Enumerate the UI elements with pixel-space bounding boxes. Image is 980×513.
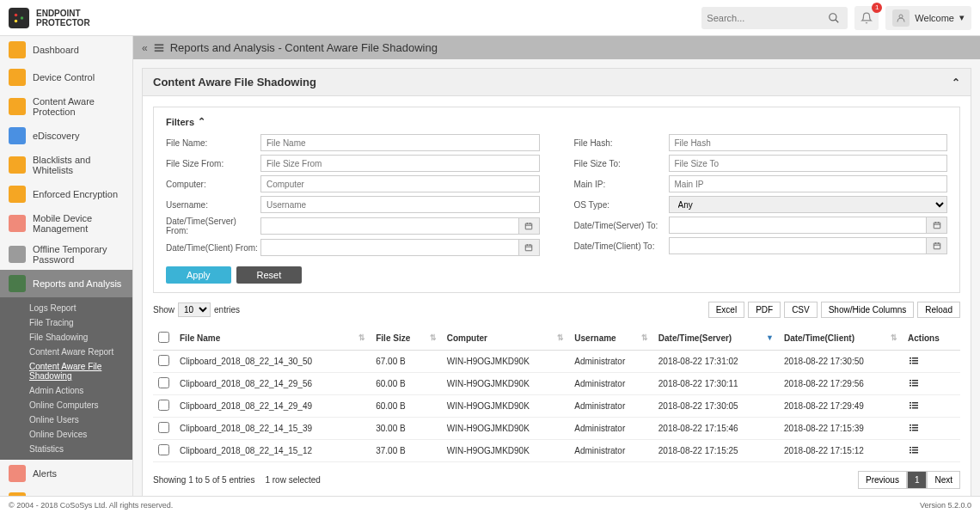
svg-rect-54	[912, 452, 918, 454]
column-header[interactable]: File Size ⇅	[371, 327, 441, 351]
filter-input[interactable]	[260, 217, 519, 235]
filter-input[interactable]	[260, 155, 540, 172]
search-input[interactable]	[707, 13, 825, 23]
column-header[interactable]: Date/Time(Server) ▼	[653, 327, 779, 351]
svg-rect-28	[912, 360, 918, 362]
sidebar-item-dashboard[interactable]: Dashboard	[0, 36, 132, 64]
export-csv-button[interactable]: CSV	[784, 302, 818, 318]
sidebar-item-offline-temporary-password[interactable]: Offline Temporary Password	[0, 239, 132, 270]
bell-icon	[861, 12, 873, 24]
sidebar-item-content-aware-protection[interactable]: Content Aware Protection	[0, 91, 132, 122]
filters-title[interactable]: Filters ⌃	[166, 116, 947, 127]
sidebar-item-reports-and-analysis[interactable]: Reports and Analysis	[0, 270, 132, 297]
filter-input[interactable]	[669, 217, 928, 234]
filter-input[interactable]	[669, 237, 928, 254]
nav-icon	[9, 98, 26, 115]
sidebar-subitem-statistics[interactable]: Statistics	[0, 442, 132, 456]
sidebar-item-directory-services[interactable]: Directory Services	[0, 487, 132, 496]
filter-input[interactable]	[260, 134, 540, 151]
list-actions-icon[interactable]	[908, 378, 920, 388]
filter-select[interactable]: Any	[669, 196, 948, 213]
show-hide-columns-button[interactable]: Show/Hide Columns	[821, 302, 915, 318]
sidebar-subitem-admin-actions[interactable]: Admin Actions	[0, 383, 132, 398]
nav-icon	[9, 275, 26, 292]
row-checkbox[interactable]	[158, 422, 169, 433]
filter-input[interactable]	[669, 134, 948, 151]
sidebar-item-device-control[interactable]: Device Control	[0, 64, 132, 91]
sidebar-subitem-file-tracing[interactable]: File Tracing	[0, 315, 132, 330]
sidebar-subitem-online-users[interactable]: Online Users	[0, 412, 132, 427]
row-checkbox[interactable]	[158, 377, 169, 388]
cell-user: Administrator	[569, 373, 652, 395]
svg-rect-42	[912, 407, 918, 409]
notifications-button[interactable]: 1	[854, 6, 879, 30]
filter-input[interactable]	[669, 155, 948, 172]
sidebar-subitem-online-devices[interactable]: Online Devices	[0, 427, 132, 442]
cell-dtc: 2018-08-22 17:29:49	[779, 395, 903, 418]
svg-point-1	[15, 19, 18, 22]
sidebar-subitem-content-aware-file-shadowing[interactable]: Content Aware File Shadowing	[0, 359, 132, 383]
calendar-icon[interactable]	[927, 237, 947, 254]
column-header[interactable]: Username ⇅	[569, 327, 652, 351]
select-all-checkbox[interactable]	[158, 332, 169, 343]
sidebar-subitem-online-computers[interactable]: Online Computers	[0, 398, 132, 412]
sidebar-subitem-logs-report[interactable]: Logs Report	[0, 301, 132, 315]
calendar-icon[interactable]	[927, 217, 947, 234]
filter-row: Username:	[166, 196, 540, 213]
calendar-icon[interactable]	[519, 217, 540, 235]
svg-rect-30	[912, 363, 918, 364]
list-actions-icon[interactable]	[908, 356, 920, 366]
user-menu[interactable]: Welcome ▾	[885, 6, 971, 30]
page-prev-button[interactable]: Previous	[858, 471, 907, 489]
sidebar-item-label: Mobile Device Management	[33, 213, 124, 234]
list-actions-icon[interactable]	[908, 400, 920, 411]
sidebar-item-blacklists-and-whitelists[interactable]: Blacklists and Whitelists	[0, 150, 132, 180]
cell-user: Administrator	[569, 418, 652, 440]
page-next-button[interactable]: Next	[927, 471, 960, 489]
entries-select[interactable]: 10	[178, 302, 211, 317]
export-pdf-button[interactable]: PDF	[748, 302, 781, 318]
column-header[interactable]: Actions	[903, 327, 960, 351]
sidebar-subitem-file-shadowing[interactable]: File Shadowing	[0, 330, 132, 345]
filter-label: File Name:	[166, 138, 260, 148]
nav-icon	[9, 41, 26, 58]
cell-computer: WIN-H9OGJMKD90K	[442, 440, 570, 462]
sidebar-subitem-content-aware-report[interactable]: Content Aware Report	[0, 345, 132, 359]
reload-button[interactable]: Reload	[917, 302, 960, 318]
sidebar-item-label: Blacklists and Whitelists	[33, 155, 124, 175]
page-1-button[interactable]: 1	[907, 471, 928, 489]
calendar-icon[interactable]	[519, 239, 540, 256]
filter-input[interactable]	[260, 239, 519, 256]
sidebar-item-mobile-device-management[interactable]: Mobile Device Management	[0, 208, 132, 239]
breadcrumb-back-icon[interactable]: «	[142, 42, 148, 54]
filter-row: OS Type:Any	[574, 196, 948, 213]
global-search[interactable]	[701, 7, 848, 29]
cell-file: Clipboard_2018_08_22_14_30_50	[175, 351, 371, 373]
sidebar-item-ediscovery[interactable]: eDiscovery	[0, 122, 132, 150]
svg-rect-48	[912, 430, 918, 431]
version: Version 5.2.0.0	[920, 501, 971, 510]
sidebar-item-alerts[interactable]: Alerts	[0, 460, 132, 487]
filter-input[interactable]	[669, 175, 948, 192]
cell-user: Administrator	[569, 351, 652, 373]
row-checkbox[interactable]	[158, 444, 169, 455]
list-actions-icon[interactable]	[908, 445, 920, 455]
cell-size: 60.00 B	[371, 373, 441, 395]
column-header[interactable]: File Name ⇅	[175, 327, 371, 351]
column-header[interactable]: Computer ⇅	[442, 327, 570, 351]
filters-section: Filters ⌃ File Name:File Size From:Compu…	[153, 107, 960, 293]
export-excel-button[interactable]: Excel	[708, 302, 744, 318]
list-actions-icon[interactable]	[908, 423, 920, 433]
reset-button[interactable]: Reset	[236, 266, 303, 284]
row-checkbox[interactable]	[158, 400, 169, 411]
filter-input[interactable]	[260, 175, 540, 192]
column-header[interactable]: Date/Time(Client) ⇅	[779, 327, 903, 351]
sidebar-item-enforced-encryption[interactable]: Enforced Encryption	[0, 180, 132, 208]
cell-dtc: 2018-08-22 17:30:50	[779, 351, 903, 373]
cell-actions	[903, 440, 960, 462]
filter-input[interactable]	[260, 196, 540, 213]
search-icon[interactable]	[825, 8, 842, 28]
collapse-icon[interactable]: ⌃	[952, 76, 960, 89]
row-checkbox[interactable]	[158, 355, 169, 366]
apply-button[interactable]: Apply	[166, 266, 231, 284]
